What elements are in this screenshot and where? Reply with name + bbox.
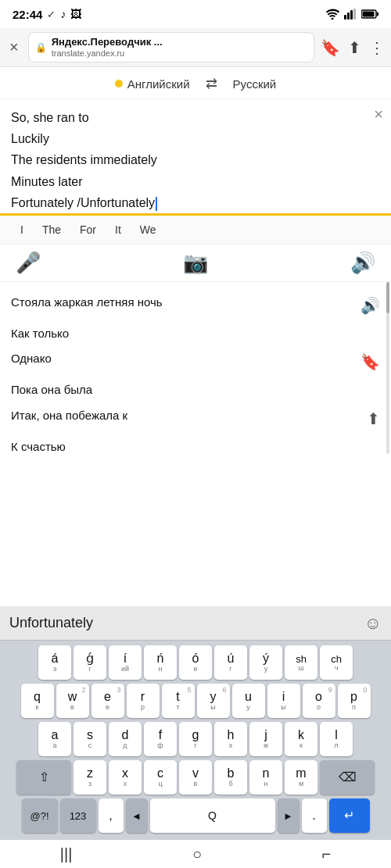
translation-text-4: Пока она была bbox=[11, 381, 380, 399]
key-n-accent[interactable]: ńн bbox=[144, 645, 177, 680]
svg-rect-1 bbox=[347, 13, 350, 20]
word-chip-I[interactable]: I bbox=[11, 220, 33, 239]
nav-recent-button[interactable]: ⌐ bbox=[322, 845, 332, 863]
arrow-left-key[interactable]: ◄ bbox=[126, 798, 148, 833]
target-language-button[interactable]: Русский bbox=[233, 77, 277, 91]
input-area[interactable]: × So, she ran to Luckily The residents i… bbox=[0, 99, 391, 216]
share-icon[interactable]: ⬆ bbox=[348, 38, 361, 57]
key-m[interactable]: mм bbox=[285, 760, 317, 795]
browser-url-area[interactable]: 🔒 Яндекс.Переводчик ... translate.yandex… bbox=[28, 32, 314, 63]
input-line-2: Luckily bbox=[11, 128, 380, 149]
key-u[interactable]: uу bbox=[232, 684, 265, 718]
keyboard-area: Unfortunately ☺ áэ ǵг íий ńн óе úг ýу sh… bbox=[0, 606, 391, 840]
period-key[interactable]: . bbox=[302, 798, 327, 833]
key-x[interactable]: xх bbox=[109, 760, 142, 795]
key-i-accent[interactable]: íий bbox=[109, 645, 142, 680]
nav-back-button[interactable]: ||| bbox=[60, 845, 73, 863]
key-a[interactable]: aа bbox=[38, 722, 71, 756]
key-y-accent[interactable]: ýу bbox=[249, 645, 282, 680]
key-p[interactable]: 0pп bbox=[338, 684, 371, 718]
key-o[interactable]: 9oо bbox=[303, 684, 335, 718]
key-h[interactable]: hх bbox=[214, 722, 247, 756]
translation-row-2: Как только bbox=[11, 321, 380, 347]
word-chip-The[interactable]: The bbox=[33, 220, 70, 239]
key-v[interactable]: vв bbox=[179, 760, 212, 795]
word-chip-We[interactable]: We bbox=[131, 220, 166, 239]
lock-icon: 🔒 bbox=[35, 42, 47, 53]
translation-text-1: Стояла жаркая летняя ночь bbox=[11, 294, 354, 312]
autocomplete-bar: Unfortunately ☺ bbox=[0, 606, 391, 641]
status-check: ✓ bbox=[47, 9, 56, 20]
key-g-accent[interactable]: ǵг bbox=[74, 645, 106, 680]
backspace-key[interactable]: ⌫ bbox=[320, 760, 375, 795]
bookmark-icon[interactable]: 🔖 bbox=[321, 38, 340, 57]
signal-icon bbox=[344, 9, 357, 20]
key-e[interactable]: 3eе bbox=[91, 684, 124, 718]
translation-text-3: Однако bbox=[11, 350, 354, 368]
key-z[interactable]: zз bbox=[74, 760, 106, 795]
translation-actions-1: 🔊 bbox=[361, 294, 380, 317]
shift-key[interactable]: ⇧ bbox=[16, 760, 71, 795]
key-b[interactable]: bб bbox=[214, 760, 247, 795]
key-a-accent[interactable]: áэ bbox=[38, 645, 71, 680]
keyboard-row-3: ⇧ zз xх cц vв bб nн mм ⌫ bbox=[3, 760, 388, 795]
clear-input-button[interactable]: × bbox=[374, 105, 383, 123]
status-icons bbox=[325, 9, 378, 20]
key-n[interactable]: nн bbox=[249, 760, 282, 795]
enter-key[interactable]: ↵ bbox=[329, 798, 370, 833]
text-cursor bbox=[156, 197, 157, 211]
input-line-3: The residents immediately bbox=[11, 149, 380, 170]
emoji-button[interactable]: ☺ bbox=[364, 613, 382, 634]
key-g[interactable]: gг bbox=[179, 722, 212, 756]
input-controls: 🎤 📷 🔊 bbox=[0, 245, 391, 282]
key-y[interactable]: 6yы bbox=[197, 684, 230, 718]
arrow-right-key[interactable]: ► bbox=[278, 798, 300, 833]
svg-rect-2 bbox=[350, 10, 353, 20]
svg-rect-0 bbox=[344, 15, 346, 20]
space-key[interactable]: Q bbox=[150, 798, 275, 833]
input-line-5: Fortunately /Unfortunately bbox=[11, 192, 380, 213]
key-f[interactable]: fф bbox=[144, 722, 177, 756]
key-sh[interactable]: shш bbox=[285, 645, 317, 680]
browser-title: Яндекс.Переводчик ... bbox=[52, 36, 163, 48]
keyboard-row-2: aа sс dд fф gг hх jж kк lл bbox=[3, 722, 388, 756]
key-s[interactable]: sс bbox=[74, 722, 106, 756]
translation-row-6: К счастью bbox=[11, 434, 380, 454]
tts-button[interactable]: 🔊 bbox=[350, 251, 375, 275]
key-j[interactable]: jж bbox=[249, 722, 282, 756]
autocomplete-word[interactable]: Unfortunately bbox=[9, 615, 93, 631]
tts-row-1[interactable]: 🔊 bbox=[361, 294, 380, 317]
translation-row-3: Однако 🔖 bbox=[11, 346, 380, 377]
camera-button[interactable]: 📷 bbox=[183, 251, 208, 275]
keyboard-row-1: qк 2wв 3eе rр 5tт 6yы uу iы 9oо 0pп bbox=[3, 684, 388, 718]
at-key[interactable]: @?! bbox=[22, 798, 58, 833]
swap-languages-button[interactable]: ⇄ bbox=[206, 75, 217, 92]
num-key[interactable]: 123 bbox=[60, 798, 96, 833]
more-icon[interactable]: ⋮ bbox=[369, 38, 385, 57]
key-ch[interactable]: chч bbox=[320, 645, 353, 680]
key-o-accent[interactable]: óе bbox=[179, 645, 212, 680]
browser-close-button[interactable]: × bbox=[6, 35, 22, 59]
word-chip-For[interactable]: For bbox=[70, 220, 106, 239]
source-language-button[interactable]: Английский bbox=[115, 77, 190, 91]
key-u-accent[interactable]: úг bbox=[214, 645, 247, 680]
key-l[interactable]: lл bbox=[320, 722, 353, 756]
input-text: So, she ran to Luckily The residents imm… bbox=[11, 107, 380, 213]
key-w[interactable]: 2wв bbox=[56, 684, 89, 718]
key-q[interactable]: qк bbox=[21, 684, 54, 718]
key-t[interactable]: 5tт bbox=[162, 684, 195, 718]
key-c[interactable]: cц bbox=[144, 760, 177, 795]
mic-button[interactable]: 🎤 bbox=[16, 251, 41, 275]
scrollbar-thumb[interactable] bbox=[386, 282, 389, 313]
nav-home-button[interactable]: ○ bbox=[192, 845, 202, 863]
scrollbar-track bbox=[386, 282, 389, 454]
key-d[interactable]: dд bbox=[109, 722, 142, 756]
key-r[interactable]: rр bbox=[127, 684, 160, 718]
bookmark-row-3[interactable]: 🔖 bbox=[361, 350, 380, 373]
key-i[interactable]: iы bbox=[267, 684, 300, 718]
share-row-5[interactable]: ⬆ bbox=[367, 407, 380, 430]
word-chip-It[interactable]: It bbox=[106, 220, 131, 239]
svg-rect-5 bbox=[363, 12, 375, 17]
key-k[interactable]: kк bbox=[285, 722, 317, 756]
comma-key[interactable]: , bbox=[99, 798, 124, 833]
